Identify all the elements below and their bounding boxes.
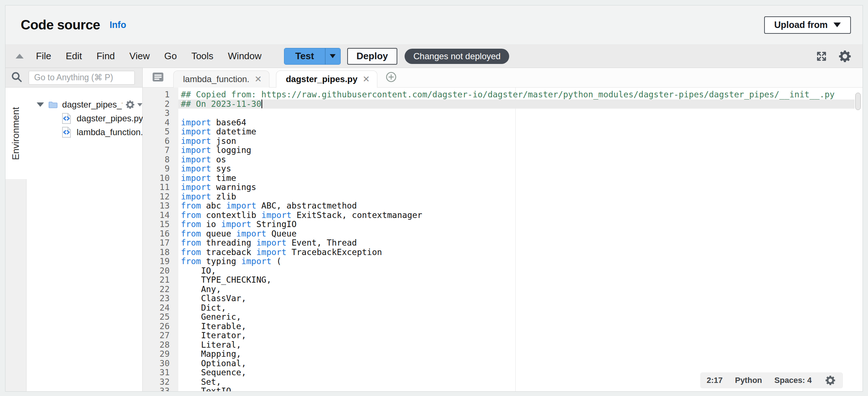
collapse-toolbar-icon[interactable] (16, 54, 24, 58)
code-line-6[interactable]: 6import json (143, 137, 855, 146)
code-line-12[interactable]: 12import zlib (143, 192, 855, 202)
line-number: 3 (143, 109, 178, 118)
editor-tab-lambda_function-[interactable]: lambda_function.✕ (173, 70, 269, 88)
tab-label: dagster_pipes.py (286, 74, 357, 84)
language-mode[interactable]: Python (735, 376, 762, 385)
cursor-position[interactable]: 2:17 (707, 376, 723, 385)
code-line-11[interactable]: 11import warnings (143, 183, 855, 192)
fullscreen-expand-icon[interactable] (815, 50, 828, 62)
tree-file-lambda_function-py[interactable]: lambda_function.py (27, 125, 142, 139)
code-line-3[interactable]: 3 (143, 109, 855, 118)
upload-from-button[interactable]: Upload from (764, 16, 851, 34)
chevron-down-icon[interactable] (37, 102, 44, 107)
line-source: import warnings (178, 183, 855, 192)
new-tab-icon[interactable] (385, 71, 397, 84)
caret-down-icon (833, 23, 841, 27)
line-source: ClassVar, (178, 294, 855, 303)
deploy-button[interactable]: Deploy (347, 48, 398, 65)
line-source: import logging (178, 146, 855, 155)
editor-tab-dagster_pipes-py[interactable]: dagster_pipes.py✕ (276, 70, 378, 88)
code-line-1[interactable]: 1## Copied from: https://raw.githubuserc… (143, 90, 855, 100)
line-source: import sys (178, 164, 855, 174)
line-number: 14 (143, 211, 178, 220)
python-file-icon (61, 126, 72, 138)
code-line-21[interactable]: 21 TYPE_CHECKING, (143, 275, 855, 285)
line-number: 1 (143, 90, 178, 100)
code-lines: 1## Copied from: https://raw.githubuserc… (143, 90, 855, 391)
folder-settings-button[interactable] (125, 99, 142, 110)
code-editor: lambda_function.✕dagster_pipes.py✕ 1## C… (143, 68, 863, 391)
line-source: from abc import ABC, abstractmethod (178, 201, 855, 211)
code-line-18[interactable]: 18from traceback import TracebackExcepti… (143, 248, 855, 257)
upload-from-label: Upload from (774, 20, 828, 30)
menu-item-window[interactable]: Window (228, 50, 261, 62)
code-line-22[interactable]: 22 Any, (143, 285, 855, 294)
menu-item-find[interactable]: Find (97, 50, 115, 62)
line-number: 8 (143, 155, 178, 165)
code-line-15[interactable]: 15from io import StringIO (143, 220, 855, 229)
code-line-14[interactable]: 14from contextlib import ExitStack, cont… (143, 211, 855, 220)
menu-item-file[interactable]: File (36, 50, 51, 62)
tree-file-list: dagster_pipes.pylambda_function.py (27, 112, 142, 139)
python-file-icon (61, 113, 72, 124)
line-source: import os (178, 155, 855, 165)
line-source: import zlib (178, 192, 855, 202)
code-line-17[interactable]: 17from threading import Event, Thread (143, 238, 855, 248)
code-line-10[interactable]: 10import time (143, 174, 855, 183)
search-icon (11, 71, 23, 85)
line-number: 31 (143, 368, 178, 377)
code-line-4[interactable]: 4import base64 (143, 118, 855, 128)
status-gear-icon[interactable] (824, 374, 836, 387)
code-line-7[interactable]: 7import logging (143, 146, 855, 155)
line-number: 28 (143, 340, 178, 350)
code-line-28[interactable]: 28 Literal, (143, 340, 855, 350)
code-line-26[interactable]: 26 Iterable, (143, 322, 855, 331)
line-number: 6 (143, 137, 178, 146)
code-line-25[interactable]: 25 Generic, (143, 312, 855, 322)
line-source: IO, (178, 266, 855, 276)
indent-setting[interactable]: Spaces: 4 (774, 376, 812, 385)
info-link[interactable]: Info (110, 20, 126, 30)
menu-item-go[interactable]: Go (164, 50, 177, 62)
settings-gear-icon[interactable] (837, 49, 852, 64)
menu-item-tools[interactable]: Tools (191, 50, 214, 62)
code-line-2[interactable]: 2## On 2023-11-30 (143, 100, 855, 109)
code-line-23[interactable]: 23 ClassVar, (143, 294, 855, 303)
code-line-29[interactable]: 29 Mapping, (143, 349, 855, 359)
gear-icon (125, 99, 135, 110)
code-line-13[interactable]: 13from abc import ABC, abstractmethod (143, 201, 855, 211)
close-icon[interactable]: ✕ (362, 74, 370, 84)
goto-anything-input[interactable] (29, 71, 135, 85)
code-area[interactable]: 1## Copied from: https://raw.githubuserc… (143, 88, 863, 391)
line-number: 30 (143, 359, 178, 368)
code-line-5[interactable]: 5import datetime (143, 127, 855, 137)
code-line-9[interactable]: 9import sys (143, 164, 855, 174)
code-line-16[interactable]: 16from queue import Queue (143, 229, 855, 239)
close-icon[interactable]: ✕ (255, 74, 262, 84)
test-split-button[interactable]: Test (284, 48, 341, 65)
vertical-scrollbar[interactable] (855, 93, 861, 110)
code-line-30[interactable]: 30 Optional, (143, 359, 855, 368)
line-number: 11 (143, 183, 178, 192)
file-name: lambda_function.py (77, 127, 152, 137)
tree-folder-row[interactable]: dagster_pipes_funct (27, 98, 142, 112)
tab-label: lambda_function. (183, 74, 250, 84)
environment-strip: Environment (5, 88, 27, 391)
code-line-19[interactable]: 19from typing import ( (143, 257, 855, 266)
line-number: 17 (143, 238, 178, 248)
code-line-8[interactable]: 8import os (143, 155, 855, 165)
tree-file-dagster_pipes-py[interactable]: dagster_pipes.py (27, 112, 142, 125)
tab-list-icon[interactable] (152, 72, 164, 84)
folder-icon (48, 100, 58, 110)
tab-environment[interactable]: Environment (5, 88, 27, 179)
menu-item-edit[interactable]: Edit (66, 50, 82, 62)
code-line-27[interactable]: 27 Iterator, (143, 331, 855, 340)
test-button[interactable]: Test (284, 48, 325, 64)
line-source: Mapping, (178, 349, 855, 359)
line-source: ## Copied from: https://raw.githubuserco… (178, 90, 855, 100)
test-dropdown-button[interactable] (325, 48, 340, 64)
code-line-20[interactable]: 20 IO, (143, 266, 855, 276)
line-number: 20 (143, 266, 178, 276)
code-line-24[interactable]: 24 Dict, (143, 303, 855, 313)
menu-item-view[interactable]: View (129, 50, 150, 62)
